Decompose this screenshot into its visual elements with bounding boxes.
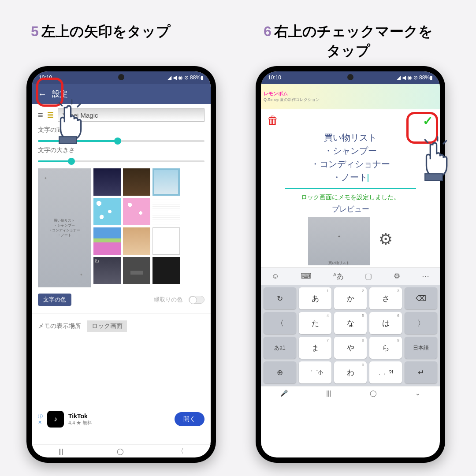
key-backspace[interactable]: ⌫ [405,287,437,309]
key-ta[interactable]: た4 [299,312,331,334]
back-arrow-icon[interactable]: ← [38,89,47,99]
nav-home-r[interactable]: ◯ [370,390,377,397]
outline-toggle[interactable] [189,296,205,304]
background-row: 買い物リスト ・シャンプー ・コンディショナー ・ノート ↻ ▬ [38,168,205,287]
key-ha[interactable]: は6 [369,312,402,334]
nav-back[interactable]: 〈 [178,447,184,455]
bg-preview[interactable]: 買い物リスト ・シャンプー ・コンディショナー ・ノート [38,168,91,287]
preview-text: 買い物リスト ・シャンプー ・コンディショナー ・ノート [48,218,80,238]
bg-thumbs: ↻ ▬ [93,168,180,287]
key-globe[interactable]: ⊕ [264,361,296,383]
font-row: ≡ ≣ Yusei Magic [38,108,205,122]
preview-row: ✦ 買い物リスト ⚙ [267,217,434,265]
label-spacing: 文字の間隔 [38,126,205,134]
nav-mic[interactable]: 🎤 [280,390,288,397]
kbd-emoji-icon[interactable]: ☺ [271,272,279,281]
note-line-1: ・シャンプー [324,146,377,156]
thumb-10[interactable]: ↻ [93,257,121,284]
note-line-2: ・コンディショナー [311,159,390,169]
kbd-symbols-icon[interactable]: ⌨ [301,271,312,281]
note-line-title: 買い物リスト [324,133,377,142]
kbd-settings-icon[interactable]: ⚙ [394,271,400,281]
key-a[interactable]: あ1 [299,287,331,309]
gear-icon[interactable]: ⚙ [379,230,393,249]
thumb-5[interactable] [123,198,150,225]
key-right[interactable]: 〉 [405,312,437,334]
step6-text2: タップ [327,43,370,59]
top-ad-banner[interactable]: レモンボム Q.Simeji 夏の新作コレクション [261,84,440,109]
phone-left: 10:10 ◢ ◀ ◉ ⊘ 88%▮ ← 設定 ≡ ≣ Yusei Magic … [26,66,216,463]
key-ya[interactable]: や8 [334,337,367,359]
thumb-4[interactable] [93,198,121,225]
key-lang[interactable]: 日本語 [405,337,437,359]
android-navbar: ||| ◯ 〈 [32,444,211,457]
spacing-slider[interactable] [38,140,205,142]
key-mode[interactable]: あa1 [264,337,296,359]
thumb-11[interactable]: ▬ [123,257,150,284]
banner-brand: レモンボム [264,90,320,97]
status-icons-r: ◢ ◀ ◉ ⊘ 88%▮ [397,74,433,81]
key-na[interactable]: な5 [334,312,367,334]
nav-back-r[interactable]: ⌄ [415,390,420,397]
kbd-clipboard-icon[interactable]: ▢ [365,271,372,281]
thumb-1[interactable] [93,168,121,196]
thumb-9[interactable] [152,227,180,255]
text-color-button[interactable]: 文字の色 [38,294,71,306]
key-enter[interactable]: ↵ [405,361,437,383]
note-line-3: ・ノート [332,172,368,182]
thumb-3[interactable] [152,168,180,196]
align-icon[interactable]: ≡ [38,110,43,120]
note-area: 🗑 ✓ 買い物リスト ・シャンプー ・コンディショナー ・ノート ロック画面にメ… [261,109,440,267]
thumb-2[interactable] [123,168,150,196]
ad-text: TikTok 4.4 ★ 無料 [68,413,92,426]
thumb-12[interactable] [152,257,180,284]
key-left[interactable]: 〈 [264,312,296,334]
preview-label: プレビュー [267,204,434,214]
thumb-6[interactable] [152,198,180,225]
teal-divider [285,188,416,189]
outline-label: 縁取りの色 [154,296,182,304]
lock-preview[interactable]: ✦ 買い物リスト [308,217,370,265]
android-navbar-r: 🎤 ||| ◯ ⌄ [261,386,440,399]
memo-loc-value[interactable]: ロック画面 [87,320,127,332]
kbd-more-icon[interactable]: ⋯ [422,271,429,281]
keyboard-toolbar: ☺ ⌨ ᴬあ ▢ ⚙ ⋯ [261,267,440,285]
kbd-translate-icon[interactable]: ᴬあ [333,271,344,281]
key-punct[interactable]: 、。?! [369,361,402,383]
key-sa[interactable]: さ3 [369,287,402,309]
statusbar: 10:10 ◢ ◀ ◉ ⊘ 88%▮ [32,71,211,84]
key-undo[interactable]: ↻ [264,287,296,309]
nav-recents[interactable]: ||| [59,448,63,455]
statusbar-r: 10:10 ◢ ◀ ◉ ⊘ 88%▮ [261,71,440,84]
ad-banner-text: レモンボム Q.Simeji 夏の新作コレクション [264,90,320,103]
align-center-icon[interactable]: ≣ [47,110,54,120]
success-message: ロック画面にメモを設定しました。 [267,193,434,201]
size-slider[interactable] [38,160,205,162]
settings-title: 設定 [52,89,68,99]
status-time-r: 10:10 [268,74,281,81]
thumb-8[interactable] [123,227,150,255]
key-ka[interactable]: か2 [334,287,367,309]
check-icon[interactable]: ✓ [423,114,433,128]
font-name-field[interactable]: Yusei Magic [58,108,205,122]
screen-left: 10:10 ◢ ◀ ◉ ⊘ 88%▮ ← 設定 ≡ ≣ Yusei Magic … [32,71,211,457]
trash-icon[interactable]: 🗑 [267,114,279,127]
ad-app-icon: ♪ [47,411,64,428]
thumb-7[interactable] [93,227,121,255]
nav-recents-r[interactable]: ||| [326,390,331,397]
key-dakuten[interactable]: ゛゜小 [299,361,331,383]
phone-right: 10:10 ◢ ◀ ◉ ⊘ 88%▮ レモンボム Q.Simeji 夏の新作コレ… [256,66,445,463]
ad-info-icon[interactable]: ⓘ✕ [38,413,43,425]
keyboard: ↻ あ1 か2 さ3 ⌫ 〈 た4 な5 は6 〉 あa1 ま7 や8 ら9 日… [261,285,440,386]
key-ma[interactable]: ま7 [299,337,331,359]
ad-open-button[interactable]: 開く [175,412,205,426]
text-color-row: 文字の色 縁取りの色 [38,294,205,306]
key-wa[interactable]: わ0 [334,361,367,383]
preview-inner-text: 買い物リスト [328,261,350,265]
key-ra[interactable]: ら9 [369,337,402,359]
banner-sub: Q.Simeji 夏の新作コレクション [264,97,320,103]
note-text[interactable]: 買い物リスト ・シャンプー ・コンディショナー ・ノート [267,131,434,184]
status-icons: ◢ ◀ ◉ ⊘ 88%▮ [167,74,204,81]
nav-home[interactable]: ◯ [117,448,124,455]
ad-banner[interactable]: ⓘ✕ ♪ TikTok 4.4 ★ 無料 開く [38,411,205,428]
